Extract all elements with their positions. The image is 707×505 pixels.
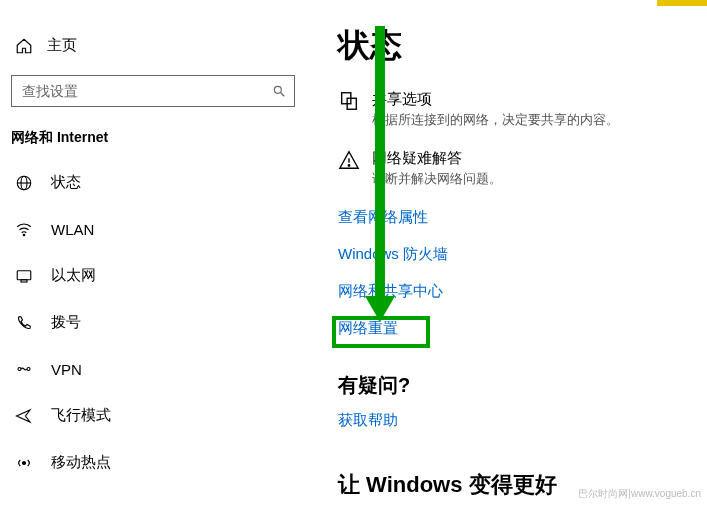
globe-icon (15, 174, 33, 192)
nav-label: VPN (51, 361, 82, 378)
option-text: 网络疑难解答 诊断并解决网络问题。 (372, 149, 502, 188)
sidebar: 主页 网络和 Internet 状态 WLAN (11, 0, 311, 505)
phone-icon (15, 314, 33, 332)
hotspot-icon (15, 454, 33, 472)
help-heading: 有疑问? (338, 372, 698, 399)
vpn-icon (15, 360, 33, 378)
home-link[interactable]: 主页 (11, 24, 311, 69)
page-title: 状态 (338, 24, 698, 68)
nav-status[interactable]: 状态 (11, 159, 311, 206)
svg-rect-7 (21, 279, 27, 281)
link-get-help[interactable]: 获取帮助 (338, 411, 398, 430)
nav-wlan[interactable]: WLAN (11, 206, 311, 252)
share-title: 共享选项 (372, 90, 619, 109)
search-box[interactable] (11, 75, 295, 107)
link-firewall[interactable]: Windows 防火墙 (338, 245, 448, 264)
nav-list: 状态 WLAN 以太网 拨号 (11, 159, 311, 486)
nav-vpn[interactable]: VPN (11, 346, 311, 392)
svg-rect-6 (17, 270, 31, 279)
nav-label: 飞行模式 (51, 406, 111, 425)
svg-point-8 (18, 368, 21, 371)
wifi-icon (15, 220, 33, 238)
airplane-icon (15, 407, 33, 425)
nav-label: 以太网 (51, 266, 96, 285)
link-view-properties[interactable]: 查看网络属性 (338, 208, 428, 227)
troubleshoot-title: 网络疑难解答 (372, 149, 502, 168)
svg-point-9 (27, 368, 30, 371)
section-title: 网络和 Internet (11, 129, 311, 147)
nav-label: 移动热点 (51, 453, 111, 472)
search-input[interactable] (20, 82, 272, 100)
troubleshoot[interactable]: 网络疑难解答 诊断并解决网络问题。 (338, 149, 698, 188)
nav-ethernet[interactable]: 以太网 (11, 252, 311, 299)
troubleshoot-desc: 诊断并解决网络问题。 (372, 170, 502, 188)
nav-label: WLAN (51, 221, 94, 238)
search-icon (272, 84, 286, 98)
ethernet-icon (15, 267, 33, 285)
link-network-reset[interactable]: 网络重置 (338, 319, 398, 338)
nav-label: 拨号 (51, 313, 81, 332)
svg-point-10 (23, 461, 26, 464)
share-desc: 根据所连接到的网络，决定要共享的内容。 (372, 111, 619, 129)
nav-label: 状态 (51, 173, 81, 192)
option-text: 共享选项 根据所连接到的网络，决定要共享的内容。 (372, 90, 619, 129)
svg-point-14 (348, 165, 349, 166)
share-icon (338, 90, 360, 129)
nav-dialup[interactable]: 拨号 (11, 299, 311, 346)
nav-airplane[interactable]: 飞行模式 (11, 392, 311, 439)
watermark: 巴尔时尚网|www.vogueb.cn (578, 487, 701, 501)
home-label: 主页 (47, 36, 77, 55)
warning-icon (338, 149, 360, 188)
share-options[interactable]: 共享选项 根据所连接到的网络，决定要共享的内容。 (338, 90, 698, 129)
svg-point-5 (23, 234, 25, 236)
svg-line-1 (281, 93, 285, 97)
main-content: 状态 共享选项 根据所连接到的网络，决定要共享的内容。 网络疑难解答 诊断并解决… (338, 0, 698, 505)
home-icon (15, 37, 33, 55)
nav-hotspot[interactable]: 移动热点 (11, 439, 311, 486)
link-sharing-center[interactable]: 网络和共享中心 (338, 282, 443, 301)
svg-point-0 (274, 86, 281, 93)
